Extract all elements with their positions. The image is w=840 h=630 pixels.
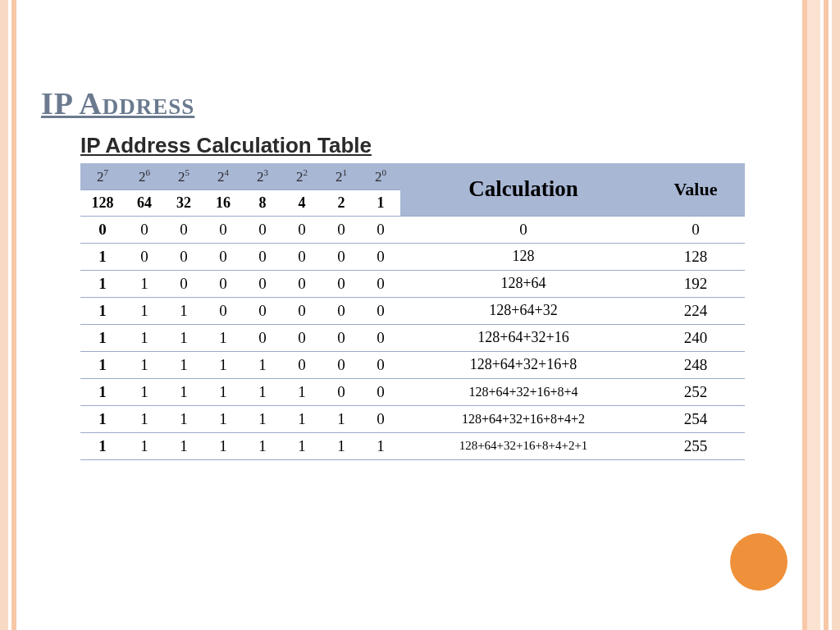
calc-cell: 128+64	[400, 270, 646, 297]
bit-cell: 1	[164, 351, 203, 378]
col-head-power: 22	[282, 163, 322, 189]
bit-cell: 0	[361, 270, 400, 297]
bit-cell: 0	[282, 243, 322, 270]
table-row: 1 1 1 1 1 0 0 0 128+64+32+16+8 248	[80, 351, 745, 378]
bit-cell: 0	[282, 351, 322, 378]
value-cell: 224	[646, 297, 745, 324]
page-title: IP Address	[41, 85, 791, 121]
bit-cell: 1	[80, 405, 125, 432]
bit-cell: 0	[203, 243, 243, 270]
bit-cell: 0	[282, 324, 322, 351]
decor-stripe	[11, 0, 16, 630]
bit-cell: 0	[243, 243, 282, 270]
bit-cell: 1	[322, 405, 361, 432]
table-row: 1 1 1 1 0 0 0 0 128+64+32+16 240	[80, 324, 745, 351]
bit-cell: 1	[125, 270, 164, 297]
value-cell: 255	[646, 432, 745, 459]
decor-stripe	[832, 0, 840, 630]
calc-cell: 128+64+32+16+8+4	[400, 378, 646, 405]
calc-cell: 128+64+32	[400, 297, 646, 324]
bit-cell: 0	[361, 324, 400, 351]
bit-cell: 0	[322, 378, 361, 405]
bit-cell: 0	[282, 270, 322, 297]
bit-cell: 1	[243, 378, 282, 405]
table-header: 27 26 25 24 23 22 21 20 Calculation Valu…	[80, 163, 745, 216]
calc-cell: 0	[400, 216, 646, 243]
bit-cell: 0	[125, 216, 164, 243]
table-row: 1 0 0 0 0 0 0 0 128 128	[80, 243, 745, 270]
bit-cell: 1	[203, 324, 243, 351]
value-cell: 192	[646, 270, 745, 297]
col-head-calc: Calculation	[400, 163, 646, 216]
bit-cell: 1	[203, 405, 243, 432]
col-head-decimal: 1	[361, 189, 400, 216]
bit-cell: 1	[125, 297, 164, 324]
bit-cell: 0	[243, 216, 282, 243]
bit-cell: 0	[361, 405, 400, 432]
col-head-decimal: 16	[203, 189, 243, 216]
bit-cell: 1	[125, 324, 164, 351]
col-head-power: 26	[125, 163, 164, 189]
value-cell: 128	[646, 243, 745, 270]
bit-cell: 0	[203, 270, 243, 297]
bit-cell: 1	[203, 351, 243, 378]
bit-cell: 0	[361, 351, 400, 378]
bit-cell: 1	[80, 270, 125, 297]
bit-cell: 1	[243, 405, 282, 432]
bit-cell: 1	[164, 432, 203, 459]
bit-cell: 1	[361, 432, 400, 459]
bit-cell: 1	[282, 432, 322, 459]
bit-cell: 0	[243, 270, 282, 297]
bit-cell: 0	[322, 351, 361, 378]
bit-cell: 0	[125, 243, 164, 270]
bit-cell: 0	[203, 216, 243, 243]
bit-cell: 1	[164, 405, 203, 432]
bit-cell: 0	[243, 297, 282, 324]
table-body: 0 0 0 0 0 0 0 0 0 0 1 0 0	[80, 216, 745, 459]
col-head-power: 20	[361, 163, 400, 189]
bit-cell: 0	[322, 297, 361, 324]
bit-cell: 1	[243, 351, 282, 378]
bit-cell: 1	[203, 432, 243, 459]
bit-cell: 0	[243, 324, 282, 351]
bit-cell: 0	[322, 216, 361, 243]
bit-cell: 0	[80, 216, 125, 243]
decor-stripe	[0, 0, 8, 630]
calc-cell: 128+64+32+16+8+4+2+1	[400, 432, 646, 459]
slide: IP Address IP Address Calculation Table …	[0, 0, 840, 630]
col-head-power: 21	[322, 163, 361, 189]
calc-cell: 128	[400, 243, 646, 270]
table-row: 0 0 0 0 0 0 0 0 0 0	[80, 216, 745, 243]
col-head-power: 27	[80, 163, 125, 189]
table-row: 1 1 1 1 1 1 0 0 128+64+32+16+8+4 252	[80, 378, 745, 405]
bit-cell: 0	[282, 297, 322, 324]
bit-cell: 0	[322, 270, 361, 297]
col-head-decimal: 64	[125, 189, 164, 216]
bit-cell: 1	[125, 405, 164, 432]
bit-cell: 1	[80, 297, 125, 324]
bit-cell: 1	[164, 297, 203, 324]
decor-stripe	[820, 0, 824, 630]
bit-cell: 1	[322, 432, 361, 459]
bit-cell: 0	[322, 324, 361, 351]
bit-cell: 1	[80, 351, 125, 378]
bit-cell: 1	[80, 324, 125, 351]
table-row: 1 1 1 1 1 1 1 0 128+64+32+16+8+4+2 254	[80, 405, 745, 432]
col-head-decimal: 8	[243, 189, 282, 216]
bit-cell: 1	[80, 432, 125, 459]
col-head-value: Value	[646, 163, 745, 216]
section-subtitle: IP Address Calculation Table	[80, 133, 791, 158]
calc-cell: 128+64+32+16+8	[400, 351, 646, 378]
bit-cell: 0	[322, 243, 361, 270]
bit-cell: 1	[243, 432, 282, 459]
bit-cell: 1	[203, 378, 243, 405]
col-head-power: 23	[243, 163, 282, 189]
ip-calc-table: 27 26 25 24 23 22 21 20 Calculation Valu…	[80, 163, 745, 460]
calc-cell: 128+64+32+16+8+4+2	[400, 405, 646, 432]
bit-cell: 0	[361, 216, 400, 243]
table-row: 1 1 1 0 0 0 0 0 128+64+32 224	[80, 297, 745, 324]
table-container: 27 26 25 24 23 22 21 20 Calculation Valu…	[80, 163, 745, 460]
bit-cell: 0	[203, 297, 243, 324]
value-cell: 254	[646, 405, 745, 432]
calc-cell: 128+64+32+16	[400, 324, 646, 351]
